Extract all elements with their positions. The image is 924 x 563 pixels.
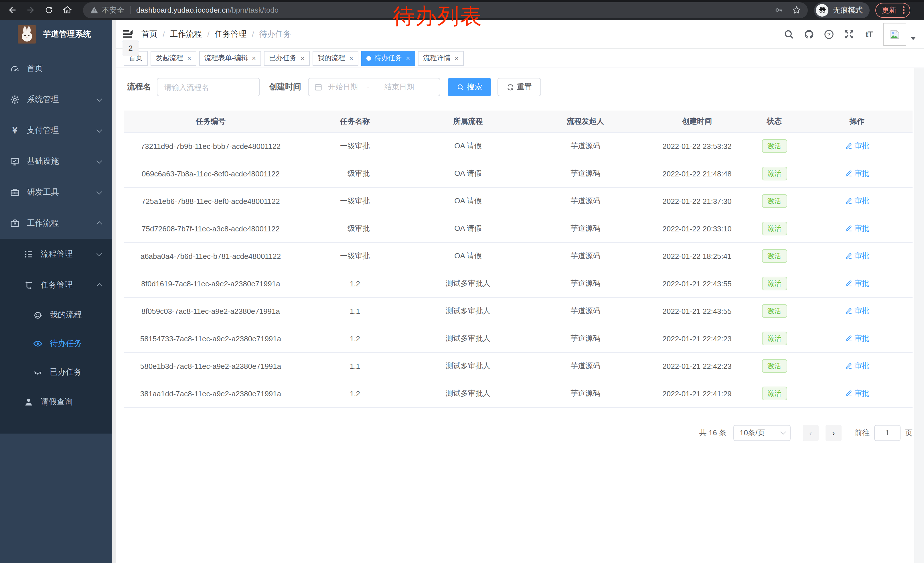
prev-page-button[interactable]: ‹ — [802, 425, 819, 441]
approve-button[interactable]: 审批 — [845, 388, 869, 399]
date-range-picker[interactable]: 开始日期 - 结束日期 — [308, 78, 440, 96]
home-icon — [62, 5, 72, 15]
tab-process-detail[interactable]: 流程详情 × — [418, 51, 464, 66]
sidebar-item-label: 请假查询 — [40, 397, 73, 407]
chevron-up-icon — [96, 221, 102, 227]
reload-icon — [44, 5, 54, 15]
breadcrumb-workflow[interactable]: 工作流程 — [170, 29, 202, 39]
browser-update-button[interactable]: 更新 — [875, 3, 910, 18]
close-icon[interactable]: × — [252, 55, 256, 62]
approve-button[interactable]: 审批 — [845, 168, 869, 179]
approve-button[interactable]: 审批 — [845, 141, 869, 151]
create-time-label: 创建时间 — [269, 82, 301, 92]
table-header-row: 任务编号 任务名称 所属流程 流程发起人 创建时间 状态 操作 — [124, 111, 912, 132]
task-create-time: 2022-01-21 22:43:55 — [647, 297, 747, 325]
breadcrumb-task-management[interactable]: 任务管理 — [214, 29, 247, 39]
sidebar-item-label: 流程管理 — [40, 249, 73, 260]
task-flow: 测试多审批人 — [412, 270, 524, 297]
bookmark-star-icon[interactable] — [792, 6, 801, 14]
status-badge: 激活 — [762, 249, 787, 263]
task-name: 一级审批 — [298, 215, 412, 242]
avatar-dropdown-caret[interactable] — [910, 36, 916, 40]
browser-forward-button[interactable] — [23, 2, 38, 18]
browser-back-button[interactable] — [4, 2, 20, 18]
approve-button[interactable]: 审批 — [845, 278, 869, 289]
sidebar-item-leave-query[interactable]: 请假查询 — [0, 387, 112, 417]
sidebar-item-todo-tasks[interactable]: 待办任务 — [0, 329, 112, 358]
task-flow: OA 请假 — [412, 215, 524, 242]
next-page-button[interactable]: › — [825, 425, 842, 441]
breadcrumb-home[interactable]: 首页 — [141, 29, 158, 39]
close-icon[interactable]: × — [187, 55, 191, 62]
approve-button[interactable]: 审批 — [845, 306, 869, 316]
tab-done-tasks[interactable]: 已办任务 × — [264, 51, 310, 66]
fullscreen-icon[interactable] — [843, 29, 855, 40]
approve-label: 审批 — [855, 278, 869, 289]
approve-button[interactable]: 审批 — [845, 196, 869, 206]
breadcrumb-current: 待办任务 — [259, 29, 291, 39]
close-icon[interactable]: × — [406, 55, 410, 62]
password-key-icon[interactable] — [775, 6, 783, 14]
header-search-icon[interactable] — [783, 29, 795, 40]
table-row: 725a1eb6-7b88-11ec-8ef0-acde48001122 一级审… — [124, 187, 912, 215]
edit-pencil-icon — [845, 307, 852, 315]
font-size-icon[interactable]: tT — [863, 29, 875, 40]
task-name: 1.2 — [298, 270, 412, 297]
tab-todo-tasks[interactable]: 待办任务 × — [361, 51, 415, 66]
sidebar-item-task-management[interactable]: 任务管理 — [0, 270, 112, 301]
close-icon[interactable]: × — [300, 55, 304, 62]
edit-pencil-icon — [845, 170, 852, 177]
sidebar-item-process-management[interactable]: 流程管理 — [0, 239, 112, 270]
page-size-select[interactable]: 10条/页 — [734, 425, 790, 441]
page-button-2[interactable]: 2 — [123, 40, 138, 56]
sidebar-item-workflow[interactable]: 工作流程 — [0, 208, 112, 239]
browser-reload-button[interactable] — [41, 2, 57, 18]
sidebar-item-label: 任务管理 — [40, 280, 73, 290]
task-create-time: 2022-01-22 23:53:32 — [647, 132, 747, 160]
tab-process-form-edit[interactable]: 流程表单-编辑 × — [199, 51, 261, 66]
sidebar-item-devtools[interactable]: 研发工具 — [0, 177, 112, 208]
todo-task-table: 任务编号 任务名称 所属流程 流程发起人 创建时间 状态 操作 — [124, 111, 912, 407]
reset-button[interactable]: 重置 — [498, 78, 541, 96]
close-icon[interactable]: × — [349, 55, 353, 62]
browser-home-button[interactable] — [60, 2, 75, 18]
app-logo[interactable]: 芋道管理系统 — [0, 20, 112, 49]
task-id: 069c6a63-7b8a-11ec-8ef0-acde48001122 — [124, 160, 298, 187]
approve-button[interactable]: 审批 — [845, 251, 869, 261]
avatar[interactable] — [884, 23, 906, 45]
page-size-value: 10条/页 — [740, 428, 765, 438]
table-row: 069c6a63-7b8a-11ec-8ef0-acde48001122 一级审… — [124, 160, 912, 187]
active-tab-dot — [366, 56, 371, 60]
tab-start-process[interactable]: 发起流程 × — [151, 51, 196, 66]
help-icon[interactable]: ? — [823, 29, 835, 40]
github-icon[interactable] — [803, 29, 814, 40]
svg-text:?: ? — [827, 31, 831, 37]
task-id: a6aba0a4-7b6d-11ec-b781-acde48001122 — [124, 242, 298, 270]
status-badge: 激活 — [762, 222, 787, 236]
edit-pencil-icon — [845, 197, 852, 205]
sidebar-item-my-process[interactable]: 我的流程 — [0, 301, 112, 329]
sidebar-item-system[interactable]: 系统管理 — [0, 84, 112, 115]
app-window: 不安全 dashboard.yudao.iocoder.cn/bpm/task/… — [0, 0, 924, 563]
sidebar-item-done-tasks[interactable]: 已办任务 — [0, 358, 112, 387]
close-icon[interactable]: × — [454, 55, 459, 62]
sidebar-item-home[interactable]: 首页 — [0, 53, 112, 84]
top-navbar: 首页 / 工作流程 / 任务管理 / 待办任务 ? — [116, 20, 924, 49]
hamburger-icon[interactable] — [123, 30, 133, 38]
task-name: 1.2 — [298, 380, 412, 407]
task-starter: 芋道源码 — [524, 325, 647, 352]
edit-pencil-icon — [845, 390, 852, 397]
sidebar-item-infrastructure[interactable]: 基础设施 — [0, 146, 112, 177]
browser-menu-icon[interactable] — [901, 6, 906, 14]
edit-pencil-icon — [845, 142, 852, 150]
approve-button[interactable]: 审批 — [845, 361, 869, 371]
page-scrollbar[interactable] — [914, 20, 924, 563]
tab-my-process[interactable]: 我的流程 × — [313, 51, 358, 66]
process-name-input[interactable] — [157, 78, 260, 96]
goto-page-input[interactable] — [874, 425, 900, 441]
search-button[interactable]: 搜索 — [448, 78, 491, 96]
sidebar-item-payment[interactable]: ¥ 支付管理 — [0, 115, 112, 146]
sidebar-item-label: 已办任务 — [50, 367, 82, 377]
approve-button[interactable]: 审批 — [845, 333, 869, 344]
approve-button[interactable]: 审批 — [845, 224, 869, 234]
